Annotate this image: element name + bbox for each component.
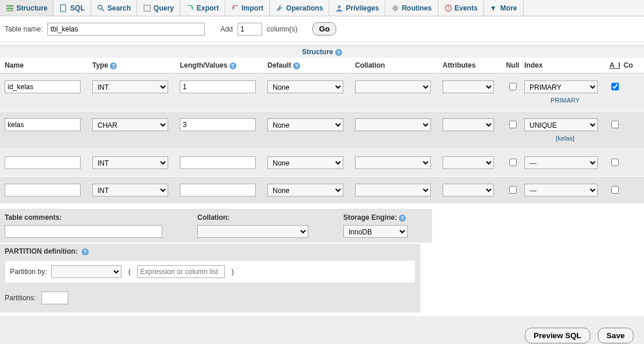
header-null: Null	[501, 61, 524, 69]
tab-export[interactable]: Export	[180, 0, 225, 16]
table-name-input[interactable]	[47, 23, 205, 36]
header-length: Length/Values ?	[180, 61, 267, 69]
tab-export-label: Export	[197, 4, 219, 12]
column-collation-select[interactable]	[355, 184, 431, 196]
partition-by-select[interactable]	[51, 265, 121, 278]
tab-operations[interactable]: Operations	[270, 0, 329, 16]
column-type-select[interactable]: CHAR	[92, 118, 168, 131]
structure-heading-link[interactable]: Structure	[302, 48, 333, 56]
tab-search-label: Search	[107, 4, 131, 12]
tab-events[interactable]: Events	[438, 0, 484, 16]
column-name-input[interactable]	[5, 118, 81, 131]
preview-sql-button[interactable]: Preview SQL	[525, 328, 590, 343]
partition-by-label: Partition by:	[10, 268, 47, 276]
tab-import-label: Import	[242, 4, 263, 12]
help-icon[interactable]: ?	[82, 248, 89, 255]
column-default-select[interactable]: None	[267, 156, 343, 169]
help-icon[interactable]: ?	[335, 49, 342, 56]
tab-privileges[interactable]: Privileges	[329, 0, 385, 16]
add-label: Add	[220, 25, 232, 33]
tab-routines[interactable]: Routines	[385, 0, 438, 16]
wrench-icon	[276, 4, 284, 12]
column-type-select[interactable]: INT	[92, 156, 168, 169]
svg-point-8	[394, 6, 397, 9]
clock-icon	[444, 4, 452, 12]
tab-sql-label: SQL	[70, 4, 85, 12]
storage-engine-select[interactable]: InnoDB	[343, 225, 408, 238]
header-index: Index	[524, 61, 606, 69]
export-icon	[186, 4, 194, 12]
column-attributes-select[interactable]	[443, 80, 494, 93]
column-null-checkbox[interactable]	[509, 186, 517, 194]
column-type-select[interactable]: INT	[92, 80, 168, 93]
tab-import[interactable]: Import	[225, 0, 270, 16]
columns-label: column(s)	[267, 25, 298, 33]
partition-expression-input[interactable]	[137, 265, 225, 278]
tab-query[interactable]: Query	[137, 0, 180, 16]
column-ai-checkbox[interactable]	[611, 159, 619, 166]
column-length-input[interactable]	[180, 118, 256, 131]
tab-more[interactable]: ▼ More	[484, 0, 524, 16]
column-ai-checkbox[interactable]	[611, 83, 619, 90]
table-options-section: Table comments: Collation: Storage Engin…	[0, 209, 432, 243]
column-attributes-select[interactable]	[443, 184, 494, 196]
import-icon	[231, 4, 239, 12]
columns-header: Name Type ? Length/Values ? Default ? Co…	[0, 58, 644, 73]
tab-routines-label: Routines	[402, 4, 431, 12]
column-ai-checkbox[interactable]	[611, 186, 619, 194]
svg-rect-2	[6, 10, 13, 11]
column-null-checkbox[interactable]	[509, 83, 517, 90]
svg-line-5	[102, 8, 104, 10]
partition-title: PARTITION definition: ?	[5, 247, 416, 255]
tab-search[interactable]: Search	[91, 0, 137, 16]
column-null-checkbox[interactable]	[509, 159, 517, 166]
column-null-checkbox[interactable]	[509, 121, 517, 128]
column-index-select[interactable]: ---	[524, 184, 598, 196]
column-length-input[interactable]	[180, 156, 256, 169]
column-row: INT None PRIMARYPRIMARY	[0, 73, 644, 111]
svg-rect-1	[6, 8, 13, 9]
column-collation-select[interactable]	[355, 156, 431, 169]
partitions-count-input[interactable]	[41, 292, 68, 304]
partition-section: PARTITION definition: ? Partition by: ( …	[0, 244, 420, 313]
column-default-select[interactable]: None	[267, 184, 343, 196]
collation-select[interactable]	[197, 225, 308, 238]
column-collation-select[interactable]	[355, 80, 431, 93]
svg-rect-6	[144, 5, 151, 11]
tab-sql[interactable]: SQL	[54, 0, 91, 16]
column-attributes-select[interactable]	[443, 118, 494, 131]
column-default-select[interactable]: None	[267, 118, 343, 131]
table-name-label: Table name:	[5, 25, 43, 33]
tab-events-label: Events	[455, 4, 478, 12]
column-row: CHAR None UNIQUE[kelas]	[0, 111, 644, 149]
save-button[interactable]: Save	[598, 328, 633, 343]
tab-operations-label: Operations	[286, 4, 323, 12]
tab-structure[interactable]: Structure	[0, 0, 54, 16]
column-default-select[interactable]: None	[267, 80, 343, 93]
help-icon[interactable]: ?	[399, 215, 406, 222]
column-length-input[interactable]	[180, 80, 256, 93]
column-attributes-select[interactable]	[443, 156, 494, 169]
table-comments-label: Table comments:	[5, 213, 162, 222]
column-name-input[interactable]	[5, 184, 81, 196]
column-index-select[interactable]: UNIQUE	[524, 118, 598, 131]
table-name-toolbar: Table name: Add column(s) Go	[0, 16, 644, 42]
column-name-input[interactable]	[5, 80, 81, 93]
help-icon[interactable]: ?	[293, 62, 300, 69]
top-tabs: Structure SQL Search Query Export Import…	[0, 0, 644, 16]
table-comments-input[interactable]	[5, 225, 162, 238]
column-type-select[interactable]: INT	[92, 184, 168, 196]
header-comments: Co	[624, 61, 641, 69]
add-columns-count[interactable]	[238, 23, 262, 36]
column-index-select[interactable]: PRIMARY	[524, 80, 598, 93]
help-icon[interactable]: ?	[229, 62, 236, 69]
column-index-select[interactable]: ---	[524, 156, 598, 169]
column-length-input[interactable]	[180, 184, 256, 196]
help-icon[interactable]: ?	[110, 62, 117, 69]
column-collation-select[interactable]	[355, 118, 431, 131]
column-name-input[interactable]	[5, 156, 81, 169]
tab-privileges-label: Privileges	[346, 4, 379, 12]
columns-rows: INT None PRIMARYPRIMARY CHAR None UNIQUE…	[0, 73, 644, 204]
column-ai-checkbox[interactable]	[611, 121, 619, 128]
go-button[interactable]: Go	[312, 22, 336, 36]
